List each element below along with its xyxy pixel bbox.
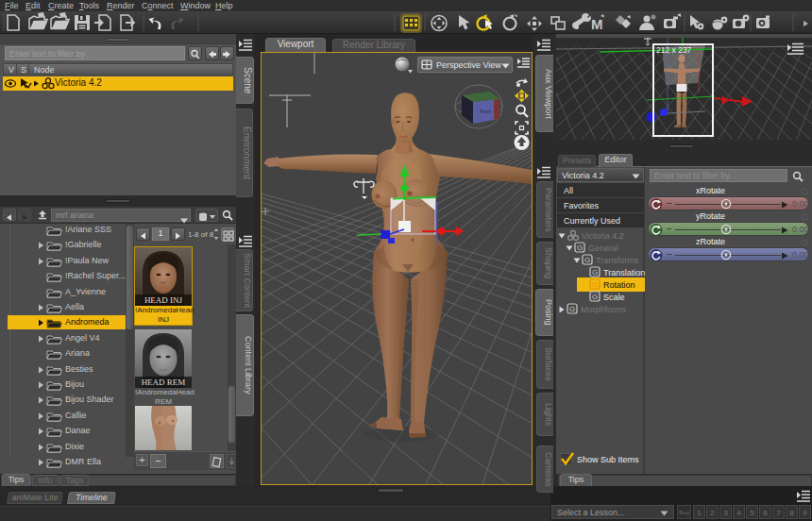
svg-text:M: M (591, 16, 603, 32)
svg-text:Front: Front (480, 109, 491, 114)
svg-text:HEAD REM: HEAD REM (142, 378, 186, 387)
svg-text:G: G (592, 293, 598, 301)
svg-text:G: G (569, 305, 575, 313)
svg-text:HEAD INJ: HEAD INJ (144, 295, 183, 305)
svg-text:G: G (592, 280, 598, 289)
svg-text:G: G (577, 244, 583, 252)
svg-text:G: G (592, 268, 598, 277)
svg-text:212 x 237: 212 x 237 (656, 45, 692, 55)
svg-text:G: G (584, 256, 590, 264)
